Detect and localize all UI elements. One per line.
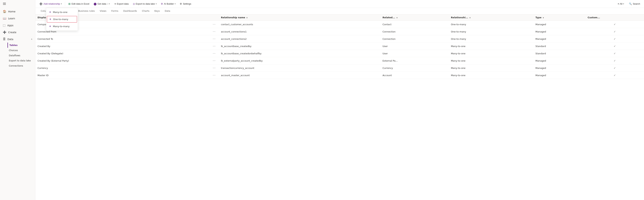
export-lake-button[interactable]: ◎ Export to data lake ▾ — [131, 2, 158, 6]
col-header-customizable[interactable]: Custom... — [586, 14, 644, 21]
toolbar-sep-1 — [65, 2, 65, 6]
get-data-button[interactable]: ⬤ Get data | ▾ — [92, 1, 112, 7]
dropdown-many-to-one[interactable]: ＋ Many-to-one — [46, 9, 78, 16]
ai-builder-chevron-icon: ▾ — [175, 3, 176, 5]
export-data-icon: ⇥ — [114, 3, 116, 5]
cell-relationship-name: account_connections2 — [219, 35, 380, 43]
filter-all-button[interactable]: ≡ All ▾ — [616, 2, 626, 6]
cell-type: Managed — [534, 57, 586, 64]
cell-type: Managed — [534, 64, 586, 72]
check-icon: ✓ — [614, 45, 616, 48]
row-ellipsis-button[interactable]: ··· — [212, 73, 216, 77]
get-data-chevron-icon: ▾ — [109, 3, 110, 5]
row-ellipsis-button[interactable]: ··· — [212, 59, 216, 63]
cell-related: Connection — [380, 28, 449, 35]
cell-related: External Pa... — [380, 57, 449, 64]
cell-display-name: Master ID — [36, 72, 210, 79]
col-header-reltype[interactable]: Relationshi... ∨ — [449, 14, 533, 21]
tab-business-rules[interactable]: Business rules — [76, 8, 97, 14]
plus-icon-many-to-one: ＋ — [49, 10, 52, 14]
search-button[interactable]: 🔍 Search — [627, 2, 642, 6]
export-lake-chevron-icon: ▾ — [156, 3, 156, 5]
learn-icon: 📖 — [3, 17, 6, 20]
tab-views[interactable]: Views — [97, 8, 109, 14]
sidebar-item-create[interactable]: ➕ Create — [0, 29, 35, 36]
table-row: Master ID ··· account_master_account Acc… — [36, 72, 644, 79]
row-ellipsis-button[interactable]: ··· — [212, 37, 216, 41]
export-lake-icon: ◎ — [133, 3, 135, 5]
tab-keys[interactable]: Keys — [152, 8, 162, 14]
cell-type: Managed — [534, 21, 586, 28]
cell-type: Standard — [534, 50, 586, 57]
data-icon: 🗄 — [3, 37, 6, 41]
cell-customizable: ✓ — [586, 35, 644, 43]
cell-relationship-name: account_connections1 — [219, 28, 380, 35]
sidebar-sub-choices[interactable]: Choices — [8, 48, 35, 53]
get-data-icon: ⬤ — [94, 2, 97, 6]
ai-builder-button[interactable]: ⚙ AI Builder ▾ — [159, 2, 177, 6]
cell-relationship-type: One-to-many — [449, 35, 533, 43]
toolbar-right: ≡ All ▾ 🔍 Search — [616, 2, 642, 6]
cell-customizable: ✓ — [586, 64, 644, 72]
tab-forms[interactable]: Forms — [109, 8, 121, 14]
col-header-related[interactable]: Related... ∨ — [380, 14, 449, 21]
sidebar-sub-export-lake[interactable]: Export to data lake — [8, 58, 35, 63]
cell-actions: ··· — [210, 50, 219, 57]
cell-customizable: ✓ — [586, 50, 644, 57]
edit-excel-button[interactable]: ⊞ Edit data in Excel — [66, 1, 91, 7]
col-header-relationship-name[interactable]: Relationship name ∨ — [219, 14, 380, 21]
tab-dashboards[interactable]: Dashboards — [121, 8, 140, 14]
sidebar-item-data[interactable]: 🗄 Data ∧ — [0, 36, 35, 43]
filter-chevron-icon: ▾ — [623, 3, 624, 5]
data-chevron-icon: ∧ — [31, 38, 32, 40]
plus-icon-many-to-many: ＋ — [49, 25, 52, 28]
check-icon: ✓ — [614, 59, 616, 62]
sidebar-sub-tables[interactable]: Tables — [8, 43, 35, 48]
row-ellipsis-button[interactable]: ··· — [212, 51, 216, 55]
cell-related: Contact — [380, 21, 449, 28]
apps-icon: ⬚ — [3, 24, 6, 27]
tabs-bar: Columns Relationships Business rules Vie… — [36, 8, 644, 14]
cell-display-name: Currency — [36, 64, 210, 72]
tab-data[interactable]: Data — [162, 8, 173, 14]
type-filter-icon: ∨ — [542, 17, 544, 19]
col-header-type[interactable]: Type ∨ — [534, 14, 586, 21]
settings-button[interactable]: ⚙ Settings — [178, 2, 193, 6]
add-relationship-icon: ➕ — [39, 2, 43, 6]
sidebar-sub-connections[interactable]: Connections — [8, 63, 35, 68]
table-header-row: Display name ↑ ∨ Relationship name ∨ Rel… — [36, 14, 644, 21]
row-ellipsis-button[interactable]: ··· — [212, 22, 216, 26]
sidebar-sub-dataflows[interactable]: Dataflows — [8, 53, 35, 58]
sidebar-item-learn[interactable]: 📖 Learn — [0, 15, 35, 22]
dropdown-one-to-many[interactable]: ＋ One-to-many — [47, 16, 77, 23]
add-relationship-button[interactable]: ➕ Add relationship ▾ — [38, 1, 64, 7]
row-ellipsis-button[interactable]: ··· — [212, 44, 216, 48]
sidebar-item-apps[interactable]: ⬚ Apps — [0, 22, 35, 29]
cell-display-name: Created By — [36, 43, 210, 50]
check-icon: ✓ — [614, 67, 616, 69]
cell-relationship-type: Many-to-one — [449, 57, 533, 64]
check-icon: ✓ — [614, 37, 616, 40]
tab-charts[interactable]: Charts — [140, 8, 152, 14]
cell-relationship-name: account_master_account — [219, 72, 380, 79]
hamburger-button[interactable] — [0, 0, 35, 8]
row-ellipsis-button[interactable]: ··· — [212, 66, 216, 70]
check-icon: ✓ — [614, 23, 616, 26]
sidebar: 🏠 Home 📖 Learn ⬚ Apps ➕ Create 🗄 Data ∧ — [0, 0, 36, 200]
settings-icon: ⚙ — [180, 3, 182, 5]
table-row: Created By (External Party) ··· lk_exter… — [36, 57, 644, 64]
create-icon: ➕ — [3, 31, 6, 34]
dropdown-many-to-many[interactable]: ＋ Many-to-many — [46, 23, 78, 30]
col-header-actions — [210, 14, 219, 21]
row-ellipsis-button[interactable]: ··· — [212, 30, 216, 34]
cell-display-name: Created By (Delegate) — [36, 50, 210, 57]
relationships-table-area: Display name ↑ ∨ Relationship name ∨ Rel… — [36, 14, 644, 200]
cell-relationship-name: lk_externalparty_account_createdby — [219, 57, 380, 64]
cell-actions: ··· — [210, 28, 219, 35]
cell-actions: ··· — [210, 64, 219, 72]
export-data-button[interactable]: ⇥ Export data — [112, 2, 130, 6]
edit-excel-icon: ⊞ — [68, 2, 70, 6]
cell-type: Managed — [534, 28, 586, 35]
toolbar: ➕ Add relationship ▾ ⊞ Edit data in Exce… — [36, 0, 644, 8]
sidebar-item-home[interactable]: 🏠 Home — [0, 8, 35, 15]
